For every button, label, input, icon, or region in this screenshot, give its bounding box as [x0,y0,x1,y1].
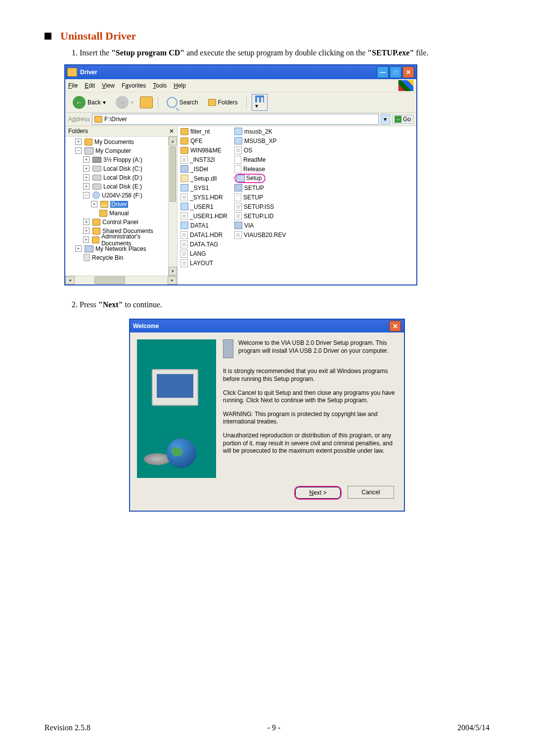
scroll-left-icon[interactable]: ◂ [65,276,75,284]
file-item[interactable]: DATA1 [180,221,227,230]
file-item[interactable]: VIAUSB20.REV [234,231,286,239]
tree-d-drive[interactable]: +Local Disk (D:) [81,173,168,182]
page-footer: Revision 2.5.8 - 9 - 2004/5/14 [44,723,490,732]
file-item[interactable]: _USER1.HDR [180,212,227,221]
file-item[interactable]: QFE [180,137,227,145]
file-item[interactable]: LAYOUT [180,259,227,268]
address-label: Address [68,116,90,123]
scroll-right-icon[interactable]: ▸ [168,276,177,284]
views-button[interactable]: ▾ [252,94,267,111]
globe-icon [167,438,196,468]
forward-button[interactable]: → ▾ [112,94,137,110]
search-icon [167,97,178,108]
tree-my-documents[interactable]: +My Documents [73,138,168,146]
maximize-button[interactable]: □ [390,66,401,78]
toolbar: ← Back ▾ → ▾ Search Folders ▾ [65,93,416,113]
scroll-thumb[interactable] [170,146,176,202]
menu-edit[interactable]: Edit [85,82,95,89]
dialog-close-button[interactable]: ✕ [389,321,401,331]
menu-view[interactable]: View [102,82,115,89]
cancel-button[interactable]: Cancel [348,486,394,499]
tree-driver-selected[interactable]: +Driver [89,200,168,209]
file-item[interactable]: Release [234,165,286,174]
tree-manual[interactable]: Manual [89,209,168,218]
tree-e-drive[interactable]: +Local Disk (E:) [81,182,168,191]
close-folders-pane[interactable]: ✕ [169,128,174,135]
go-icon: → [395,116,401,123]
tree-recycle-bin[interactable]: Recycle Bin [73,253,168,262]
search-label: Search [179,99,198,106]
up-folder-button[interactable] [140,96,153,108]
file-item[interactable]: _USER1 [180,202,227,211]
menu-help[interactable]: Help [174,82,186,89]
tree-control-panel[interactable]: +Control Panel [81,218,168,227]
file-item[interactable]: SETUP [234,184,286,192]
file-item[interactable]: WIN98&ME [180,146,227,155]
tree-scrollbar[interactable]: ▴ ▾ [168,137,177,276]
tree-admin-docs[interactable]: +Administrator's Documents [81,236,168,244]
tree-floppy[interactable]: +3½ Floppy (A:) [81,155,168,164]
folders-label: Folders [218,99,238,106]
scroll-up-icon[interactable]: ▴ [169,137,177,145]
welcome-p3: Click Cancel to quit Setup and then clos… [223,389,397,405]
folders-button[interactable]: Folders [205,97,241,107]
menu-tools[interactable]: Tools [153,82,167,89]
file-item[interactable]: SETUP.LID [234,212,286,221]
menu-favorites[interactable]: Favorites [122,82,146,89]
tree-my-computer[interactable]: −My Computer [73,146,168,155]
setup-highlighted: Setup [234,174,266,183]
setup-exe-icon [236,175,245,182]
file-item[interactable]: _Setup.dll [180,174,227,183]
footer-date: 2004/5/14 [457,723,490,732]
file-item[interactable]: ReadMe [234,155,286,164]
file-item[interactable]: msusb_2K [234,127,286,136]
file-item[interactable]: LANG [180,249,227,258]
scroll-down-icon[interactable]: ▾ [169,267,177,276]
file-item[interactable]: DATA1.HDR [180,231,227,239]
folder-tree: +My Documents −My Computer +3½ Floppy (A… [65,137,168,276]
h-scroll-thumb[interactable] [94,277,125,284]
file-list-pane: filter_nt QFE WIN98&ME _INST32I _ISDel _… [178,126,416,284]
folders-icon [208,99,216,106]
go-button[interactable]: → Go [392,115,413,124]
next-button[interactable]: Next > [294,486,342,500]
tree-f-drive[interactable]: −U204V-258 (F:) [81,191,168,200]
back-button[interactable]: ← Back ▾ [69,94,109,110]
address-input[interactable]: F:\Driver [92,114,379,125]
minimize-button[interactable]: — [377,66,389,78]
chevron-down-icon: ▾ [255,102,258,109]
address-bar: Address F:\Driver ▾ → Go [65,113,416,126]
tree-c-drive[interactable]: +Local Disk (C:) [81,164,168,173]
file-item[interactable]: MSUSB_XP [234,137,286,145]
instruction-2: 2. Press "Next" to continue. [72,299,490,310]
file-item[interactable]: _SYS1.HDR [180,193,227,202]
chevron-down-icon: ▾ [103,99,106,106]
close-button[interactable]: ✕ [402,66,414,78]
file-item[interactable]: _SYS1 [180,184,227,192]
menu-bar: File Edit View Favorites Tools Help [65,79,416,93]
section-heading: Uninstall Driver [60,30,136,43]
file-item[interactable]: _INST32I [180,155,227,164]
file-item[interactable]: _ISDel [180,165,227,174]
folders-header: Folders [68,128,88,135]
file-item[interactable]: filter_nt [180,127,227,136]
address-dropdown[interactable]: ▾ [381,114,390,125]
tree-h-scrollbar[interactable]: ◂ ▸ [65,276,177,284]
instr1-mid: and execute the setup program by double … [184,48,367,57]
file-item[interactable]: VIA [234,221,286,230]
back-label: Back [88,99,101,106]
file-item[interactable]: OS [234,146,286,155]
file-item[interactable]: DATA.TAG [180,240,227,249]
revision-text: Revision 2.5.8 [44,723,90,732]
welcome-p5: Unauthorized reproduction or distributio… [223,432,397,455]
menu-file[interactable]: File [68,82,78,89]
address-value: F:\Driver [104,116,127,123]
instr1-b2: "SETUP.exe" [367,48,414,57]
monitor-icon [152,369,198,406]
welcome-p1: Welcome to the VIA USB 2.0 Driver Setup … [238,339,397,355]
file-item[interactable]: Setup [234,174,286,183]
file-item[interactable]: SETUP.ISS [234,202,286,211]
search-button[interactable]: Search [163,95,202,109]
dialog-text: Welcome to the VIA USB 2.0 Driver Setup … [223,339,397,478]
file-item[interactable]: SETUP [234,193,286,202]
